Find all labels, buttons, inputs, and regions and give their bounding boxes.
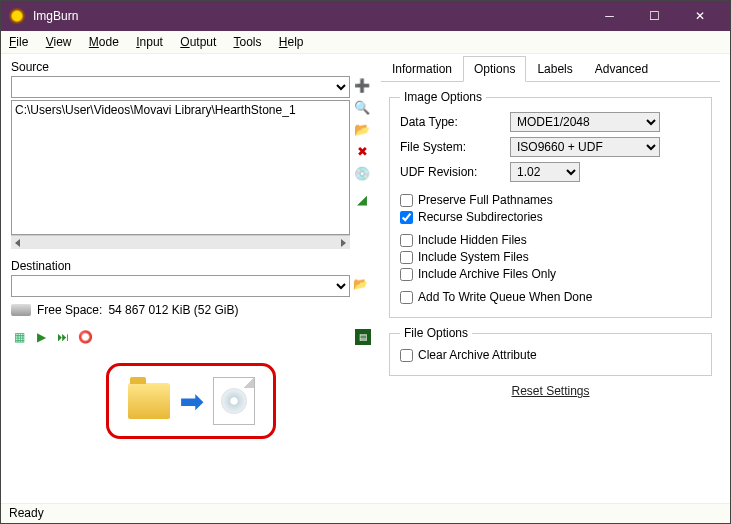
menu-output[interactable]: Output — [180, 35, 216, 49]
app-icon — [9, 8, 25, 24]
list-item[interactable]: C:\Users\User\Videos\Movavi Library\Hear… — [13, 102, 348, 118]
destination-label: Destination — [11, 259, 371, 273]
search-folder-icon[interactable]: 🔍 — [353, 98, 371, 116]
archive-only-checkbox[interactable]: Include Archive Files Only — [400, 267, 701, 281]
tab-options[interactable]: Options — [463, 56, 526, 82]
source-list[interactable]: C:\Users\User\Videos\Movavi Library\Hear… — [11, 100, 350, 235]
menu-file[interactable]: File — [9, 35, 28, 49]
free-space-value: 54 867 012 KiB (52 GiB) — [108, 303, 238, 317]
udf-revision-label: UDF Revision: — [400, 165, 510, 179]
menu-mode[interactable]: Mode — [89, 35, 119, 49]
image-options-group: Image Options Data Type: MODE1/2048 File… — [389, 90, 712, 318]
iso-file-icon — [213, 377, 255, 425]
file-system-select[interactable]: ISO9660 + UDF — [510, 137, 660, 157]
stop-icon[interactable]: ⭕ — [77, 329, 93, 345]
file-system-label: File System: — [400, 140, 510, 154]
maximize-button[interactable]: ☐ — [632, 1, 677, 31]
preserve-checkbox[interactable]: Preserve Full Pathnames — [400, 193, 701, 207]
minimize-button[interactable]: ─ — [587, 1, 632, 31]
hidden-checkbox[interactable]: Include Hidden Files — [400, 233, 701, 247]
play-icon[interactable]: ▶ — [33, 329, 49, 345]
file-options-legend: File Options — [400, 326, 472, 340]
reset-settings-link[interactable]: Reset Settings — [511, 384, 589, 398]
recurse-checkbox[interactable]: Recurse Subdirectories — [400, 210, 701, 224]
queue-checkbox[interactable]: Add To Write Queue When Done — [400, 290, 701, 304]
folder-icon — [128, 383, 170, 419]
menu-view[interactable]: View — [46, 35, 72, 49]
log-icon[interactable]: ▤ — [355, 329, 371, 345]
horizontal-scrollbar[interactable] — [11, 235, 350, 249]
menubar: File View Mode Input Output Tools Help — [1, 31, 730, 54]
tab-information[interactable]: Information — [381, 56, 463, 81]
remove-icon[interactable]: ✖ — [353, 142, 371, 160]
options-icon[interactable]: ▦ — [11, 329, 27, 345]
udf-revision-select[interactable]: 1.02 — [510, 162, 580, 182]
status-text: Ready — [9, 506, 44, 520]
close-button[interactable]: ✕ — [677, 1, 722, 31]
drive-icon — [11, 304, 31, 316]
browse-destination-icon[interactable]: 📂 — [353, 277, 371, 295]
data-type-select[interactable]: MODE1/2048 — [510, 112, 660, 132]
play-all-icon[interactable]: ⏭ — [55, 329, 71, 345]
file-options-group: File Options Clear Archive Attribute — [389, 326, 712, 376]
window-title: ImgBurn — [33, 9, 587, 23]
apply-icon[interactable]: ◢ — [353, 190, 371, 208]
browse-folder-icon[interactable]: 📂 — [353, 120, 371, 138]
tab-labels[interactable]: Labels — [526, 56, 583, 81]
free-space-label: Free Space: — [37, 303, 102, 317]
build-button[interactable]: ➡ — [106, 363, 276, 439]
status-bar: Ready — [1, 503, 730, 523]
menu-tools[interactable]: Tools — [233, 35, 261, 49]
arrow-icon: ➡ — [180, 385, 203, 418]
add-icon[interactable]: ➕ — [353, 76, 371, 94]
system-checkbox[interactable]: Include System Files — [400, 250, 701, 264]
menu-help[interactable]: Help — [279, 35, 304, 49]
source-combo[interactable] — [11, 76, 350, 98]
destination-combo[interactable] — [11, 275, 350, 297]
menu-input[interactable]: Input — [136, 35, 163, 49]
tab-advanced[interactable]: Advanced — [584, 56, 659, 81]
tabs: Information Options Labels Advanced — [381, 56, 720, 82]
data-type-label: Data Type: — [400, 115, 510, 129]
image-options-legend: Image Options — [400, 90, 486, 104]
titlebar: ImgBurn ─ ☐ ✕ — [1, 1, 730, 31]
disc-icon[interactable]: 💿 — [353, 164, 371, 182]
clear-archive-checkbox[interactable]: Clear Archive Attribute — [400, 348, 701, 362]
source-label: Source — [11, 60, 371, 74]
